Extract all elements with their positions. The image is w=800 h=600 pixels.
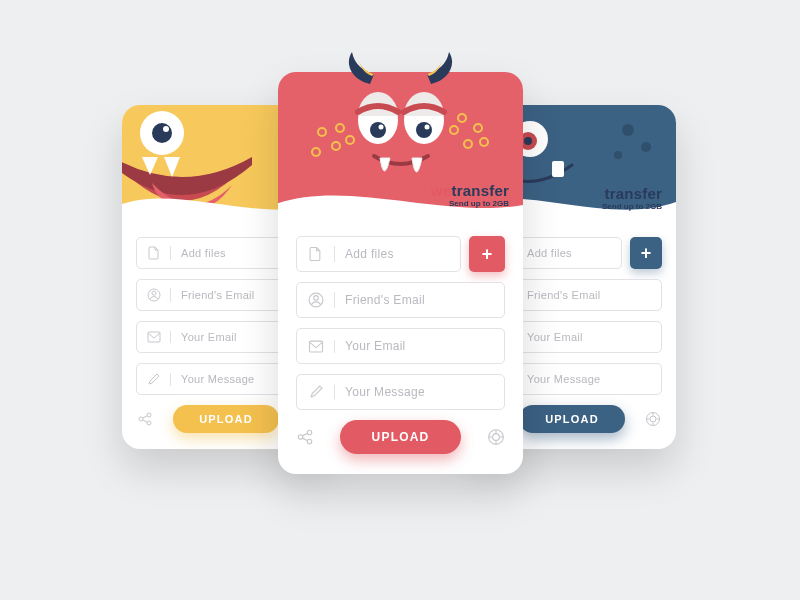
- svg-point-29: [336, 124, 344, 132]
- svg-point-39: [416, 122, 432, 138]
- svg-point-43: [313, 296, 318, 301]
- file-icon: [297, 246, 335, 262]
- upload-button[interactable]: UPLOAD: [173, 405, 279, 433]
- upload-button[interactable]: UPLOAD: [340, 420, 462, 454]
- svg-point-13: [614, 151, 622, 159]
- svg-point-30: [346, 136, 354, 144]
- svg-point-1: [152, 123, 172, 143]
- brand-logo: wetransfer: [431, 182, 509, 199]
- upload-card-red: wetransfer Send up to 2GB Add files + Fr…: [278, 72, 523, 474]
- svg-point-38: [370, 122, 386, 138]
- svg-point-31: [450, 126, 458, 134]
- svg-point-33: [474, 124, 482, 132]
- help-icon[interactable]: [487, 428, 505, 446]
- help-icon[interactable]: [644, 410, 662, 428]
- svg-rect-20: [552, 161, 564, 177]
- your-email-label: Your Email: [517, 331, 583, 343]
- user-icon: [297, 292, 335, 308]
- svg-point-41: [425, 125, 430, 130]
- brand-logo: wetransfer: [584, 185, 662, 202]
- your-message-label: Your Message: [517, 373, 601, 385]
- svg-point-10: [147, 421, 151, 425]
- svg-marker-4: [164, 157, 180, 177]
- brand: wetransfer Send up to 2GB: [584, 185, 662, 211]
- svg-point-34: [458, 114, 466, 122]
- add-file-button[interactable]: +: [630, 237, 662, 269]
- add-files-field[interactable]: Add files: [296, 236, 461, 272]
- share-icon[interactable]: [136, 410, 154, 428]
- monster-header-red: wetransfer Send up to 2GB: [278, 72, 523, 222]
- svg-point-8: [139, 417, 143, 421]
- mail-icon: [297, 340, 335, 353]
- add-files-label: Add files: [171, 247, 226, 259]
- svg-point-47: [307, 439, 312, 444]
- svg-point-45: [298, 435, 303, 440]
- add-files-label: Add files: [335, 247, 394, 261]
- friend-email-field[interactable]: Friend's Email: [296, 282, 505, 318]
- file-icon: [137, 246, 171, 260]
- svg-rect-7: [148, 332, 160, 342]
- brand: wetransfer Send up to 2GB: [431, 182, 509, 208]
- svg-point-46: [307, 430, 312, 435]
- svg-point-19: [524, 137, 532, 145]
- upload-button[interactable]: UPLOAD: [519, 405, 625, 433]
- add-file-button[interactable]: +: [469, 236, 505, 272]
- pencil-icon: [297, 385, 335, 399]
- svg-point-27: [332, 142, 340, 150]
- svg-point-35: [480, 138, 488, 146]
- your-message-label: Your Message: [171, 373, 255, 385]
- share-icon[interactable]: [296, 428, 314, 446]
- mail-icon: [137, 331, 171, 343]
- user-icon: [137, 288, 171, 302]
- svg-point-12: [641, 142, 651, 152]
- pencil-icon: [137, 373, 171, 386]
- svg-point-32: [464, 140, 472, 148]
- your-email-field[interactable]: Your Email: [296, 328, 505, 364]
- svg-point-9: [147, 413, 151, 417]
- brand-subtitle: Send up to 2GB: [431, 199, 509, 208]
- svg-point-11: [622, 124, 634, 136]
- friend-email-label: Friend's Email: [171, 289, 255, 301]
- svg-point-6: [152, 291, 156, 295]
- your-email-label: Your Email: [335, 339, 406, 353]
- form-body: Add files + Friend's Email Your Email: [278, 222, 523, 474]
- your-message-field[interactable]: Your Message: [296, 374, 505, 410]
- svg-point-49: [493, 434, 500, 441]
- friend-email-label: Friend's Email: [335, 293, 425, 307]
- friend-email-label: Friend's Email: [517, 289, 601, 301]
- your-email-label: Your Email: [171, 331, 237, 343]
- brand-subtitle: Send up to 2GB: [584, 202, 662, 211]
- svg-point-26: [318, 128, 326, 136]
- add-files-label: Add files: [517, 247, 572, 259]
- svg-rect-44: [309, 341, 322, 352]
- svg-point-40: [379, 125, 384, 130]
- svg-point-2: [163, 126, 169, 132]
- svg-point-25: [650, 416, 656, 422]
- svg-point-28: [312, 148, 320, 156]
- your-message-label: Your Message: [335, 385, 425, 399]
